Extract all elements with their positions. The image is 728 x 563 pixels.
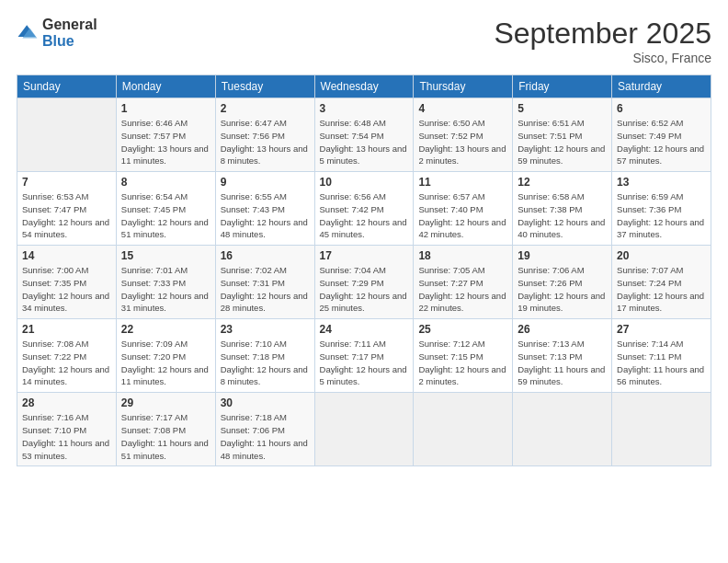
logo-blue-text: Blue [42, 33, 97, 50]
day-number: 25 [418, 323, 507, 336]
col-sunday: Sunday [17, 75, 117, 98]
day-number: 23 [221, 323, 310, 336]
day-info: Sunrise: 6:50 AMSunset: 7:52 PMDaylight:… [418, 117, 507, 167]
col-thursday: Thursday [414, 75, 513, 98]
day-info: Sunrise: 7:02 AMSunset: 7:31 PMDaylight:… [221, 264, 310, 315]
day-info: Sunrise: 6:58 AMSunset: 7:38 PMDaylight:… [518, 190, 607, 241]
header-row: Sunday Monday Tuesday Wednesday Thursday… [17, 75, 711, 98]
cell-1-4: 11 Sunrise: 6:57 AMSunset: 7:40 PMDaylig… [414, 172, 513, 246]
cell-3-1: 22 Sunrise: 7:09 AMSunset: 7:20 PMDaylig… [116, 319, 215, 393]
day-number: 4 [418, 102, 507, 115]
week-row-4: 28 Sunrise: 7:16 AMSunset: 7:10 PMDaylig… [17, 393, 711, 466]
cell-1-0: 7 Sunrise: 6:53 AMSunset: 7:47 PMDayligh… [17, 172, 117, 246]
header: General Blue September 2025 Sisco, Franc… [17, 17, 711, 65]
month-title: September 2025 [494, 17, 711, 51]
cell-4-6 [612, 393, 711, 466]
cell-4-4 [414, 393, 513, 466]
col-saturday: Saturday [612, 75, 711, 98]
calendar-header: Sunday Monday Tuesday Wednesday Thursday… [17, 75, 711, 98]
cell-2-5: 19 Sunrise: 7:06 AMSunset: 7:26 PMDaylig… [513, 246, 612, 319]
title-block: September 2025 Sisco, France [494, 17, 711, 65]
page: General Blue September 2025 Sisco, Franc… [0, 0, 728, 563]
day-number: 16 [221, 249, 310, 262]
calendar-body: 1 Sunrise: 6:46 AMSunset: 7:57 PMDayligh… [17, 98, 711, 466]
day-number: 27 [617, 323, 706, 336]
cell-0-4: 4 Sunrise: 6:50 AMSunset: 7:52 PMDayligh… [414, 98, 513, 172]
day-info: Sunrise: 6:56 AMSunset: 7:42 PMDaylight:… [320, 190, 409, 241]
cell-2-4: 18 Sunrise: 7:05 AMSunset: 7:27 PMDaylig… [414, 246, 513, 319]
logo: General Blue [17, 17, 97, 49]
day-info: Sunrise: 7:04 AMSunset: 7:29 PMDaylight:… [320, 264, 409, 315]
day-number: 9 [221, 176, 310, 189]
col-friday: Friday [513, 75, 612, 98]
cell-4-0: 28 Sunrise: 7:16 AMSunset: 7:10 PMDaylig… [17, 393, 117, 466]
cell-0-2: 2 Sunrise: 6:47 AMSunset: 7:56 PMDayligh… [215, 98, 314, 172]
calendar: Sunday Monday Tuesday Wednesday Thursday… [17, 75, 711, 466]
week-row-1: 7 Sunrise: 6:53 AMSunset: 7:47 PMDayligh… [17, 172, 711, 246]
day-info: Sunrise: 6:53 AMSunset: 7:47 PMDaylight:… [22, 190, 111, 241]
day-number: 26 [518, 323, 607, 336]
cell-2-6: 20 Sunrise: 7:07 AMSunset: 7:24 PMDaylig… [612, 246, 711, 319]
day-info: Sunrise: 7:12 AMSunset: 7:15 PMDaylight:… [418, 338, 507, 388]
cell-3-3: 24 Sunrise: 7:11 AMSunset: 7:17 PMDaylig… [314, 319, 414, 393]
day-info: Sunrise: 7:07 AMSunset: 7:24 PMDaylight:… [617, 264, 706, 315]
day-info: Sunrise: 7:01 AMSunset: 7:33 PMDaylight:… [121, 264, 210, 315]
cell-3-0: 21 Sunrise: 7:08 AMSunset: 7:22 PMDaylig… [17, 319, 117, 393]
day-info: Sunrise: 7:14 AMSunset: 7:11 PMDaylight:… [617, 338, 706, 388]
week-row-0: 1 Sunrise: 6:46 AMSunset: 7:57 PMDayligh… [17, 98, 711, 172]
day-info: Sunrise: 6:48 AMSunset: 7:54 PMDaylight:… [320, 117, 409, 167]
day-info: Sunrise: 6:55 AMSunset: 7:43 PMDaylight:… [221, 190, 310, 241]
logo-icon [17, 22, 39, 44]
cell-1-6: 13 Sunrise: 6:59 AMSunset: 7:36 PMDaylig… [612, 172, 711, 246]
day-number: 5 [518, 102, 607, 115]
day-info: Sunrise: 6:57 AMSunset: 7:40 PMDaylight:… [418, 190, 507, 241]
day-info: Sunrise: 6:46 AMSunset: 7:57 PMDaylight:… [121, 117, 210, 167]
cell-1-2: 9 Sunrise: 6:55 AMSunset: 7:43 PMDayligh… [215, 172, 314, 246]
cell-4-5 [513, 393, 612, 466]
day-info: Sunrise: 6:47 AMSunset: 7:56 PMDaylight:… [221, 117, 310, 167]
day-number: 13 [617, 176, 706, 189]
day-number: 3 [320, 102, 409, 115]
col-wednesday: Wednesday [314, 75, 414, 98]
day-number: 17 [320, 249, 409, 262]
cell-2-2: 16 Sunrise: 7:02 AMSunset: 7:31 PMDaylig… [215, 246, 314, 319]
day-number: 8 [121, 176, 210, 189]
cell-2-0: 14 Sunrise: 7:00 AMSunset: 7:35 PMDaylig… [17, 246, 117, 319]
cell-0-3: 3 Sunrise: 6:48 AMSunset: 7:54 PMDayligh… [314, 98, 414, 172]
cell-3-6: 27 Sunrise: 7:14 AMSunset: 7:11 PMDaylig… [612, 319, 711, 393]
day-info: Sunrise: 6:52 AMSunset: 7:49 PMDaylight:… [617, 117, 706, 167]
day-number: 30 [221, 396, 310, 409]
day-number: 28 [22, 396, 111, 409]
day-number: 1 [121, 102, 210, 115]
col-monday: Monday [116, 75, 215, 98]
day-number: 15 [121, 249, 210, 262]
cell-0-6: 6 Sunrise: 6:52 AMSunset: 7:49 PMDayligh… [612, 98, 711, 172]
day-info: Sunrise: 7:06 AMSunset: 7:26 PMDaylight:… [518, 264, 607, 315]
day-info: Sunrise: 7:09 AMSunset: 7:20 PMDaylight:… [121, 338, 210, 388]
day-info: Sunrise: 6:59 AMSunset: 7:36 PMDaylight:… [617, 190, 706, 241]
cell-1-3: 10 Sunrise: 6:56 AMSunset: 7:42 PMDaylig… [314, 172, 414, 246]
day-info: Sunrise: 7:17 AMSunset: 7:08 PMDaylight:… [121, 411, 210, 462]
location: Sisco, France [494, 51, 711, 65]
day-info: Sunrise: 7:18 AMSunset: 7:06 PMDaylight:… [221, 411, 310, 462]
cell-2-1: 15 Sunrise: 7:01 AMSunset: 7:33 PMDaylig… [116, 246, 215, 319]
day-info: Sunrise: 6:51 AMSunset: 7:51 PMDaylight:… [518, 117, 607, 167]
day-info: Sunrise: 7:11 AMSunset: 7:17 PMDaylight:… [320, 338, 409, 388]
day-number: 29 [121, 396, 210, 409]
day-number: 2 [221, 102, 310, 115]
cell-2-3: 17 Sunrise: 7:04 AMSunset: 7:29 PMDaylig… [314, 246, 414, 319]
week-row-2: 14 Sunrise: 7:00 AMSunset: 7:35 PMDaylig… [17, 246, 711, 319]
day-info: Sunrise: 7:05 AMSunset: 7:27 PMDaylight:… [418, 264, 507, 315]
day-info: Sunrise: 6:54 AMSunset: 7:45 PMDaylight:… [121, 190, 210, 241]
logo-text: General Blue [42, 17, 97, 49]
day-number: 12 [518, 176, 607, 189]
cell-0-1: 1 Sunrise: 6:46 AMSunset: 7:57 PMDayligh… [116, 98, 215, 172]
col-tuesday: Tuesday [215, 75, 314, 98]
day-info: Sunrise: 7:16 AMSunset: 7:10 PMDaylight:… [22, 411, 111, 462]
week-row-3: 21 Sunrise: 7:08 AMSunset: 7:22 PMDaylig… [17, 319, 711, 393]
cell-0-0 [17, 98, 117, 172]
cell-4-2: 30 Sunrise: 7:18 AMSunset: 7:06 PMDaylig… [215, 393, 314, 466]
day-info: Sunrise: 7:10 AMSunset: 7:18 PMDaylight:… [221, 338, 310, 388]
day-number: 19 [518, 249, 607, 262]
cell-1-5: 12 Sunrise: 6:58 AMSunset: 7:38 PMDaylig… [513, 172, 612, 246]
